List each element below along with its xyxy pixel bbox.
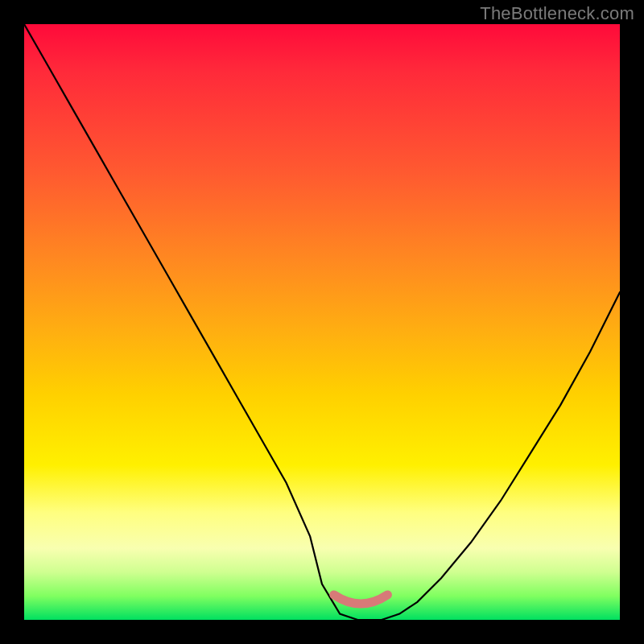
- trough-marker: [334, 595, 388, 604]
- bottleneck-curve-path: [24, 24, 620, 620]
- chart-frame: TheBottleneck.com: [0, 0, 644, 644]
- plot-area: [24, 24, 620, 620]
- watermark-text: TheBottleneck.com: [480, 3, 634, 24]
- bottleneck-curve-svg: [24, 24, 620, 620]
